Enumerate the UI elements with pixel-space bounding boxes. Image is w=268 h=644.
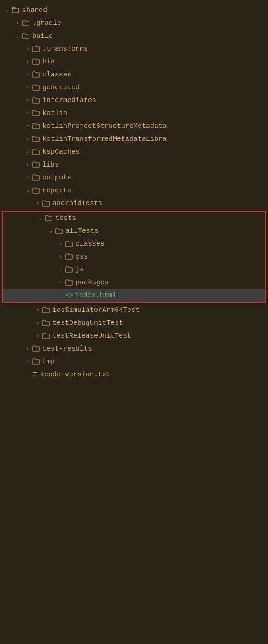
chevron-right-icon: › (57, 266, 64, 273)
textfile-icon: ☰ (32, 371, 37, 378)
list-item[interactable]: › libs (0, 158, 268, 171)
chevron-down-icon: ⌄ (47, 227, 54, 235)
list-item[interactable]: › classes (0, 68, 268, 81)
chevron-right-icon: › (24, 135, 31, 143)
item-label: bin (42, 58, 55, 66)
root-label: shared (22, 6, 47, 14)
item-label: outputs (42, 174, 71, 182)
folder-icon (45, 215, 52, 221)
chevron-right-icon: › (34, 332, 41, 339)
item-label: iosSimulatorArm64Test (52, 306, 140, 314)
list-item[interactable]: › intermediates (0, 94, 268, 107)
folder-icon (32, 345, 40, 352)
list-item[interactable]: › androidTests (0, 197, 268, 210)
chevron-right-icon: › (34, 200, 41, 207)
folder-icon (32, 71, 40, 78)
folder-icon (22, 20, 29, 26)
chevron-right-icon: › (14, 19, 21, 27)
folder-icon (42, 333, 50, 339)
item-label: js (76, 266, 84, 274)
list-item[interactable]: › js (3, 263, 265, 276)
chevron-right-icon: › (24, 174, 31, 181)
list-item[interactable]: › outputs (0, 171, 268, 184)
item-label: intermediates (42, 97, 96, 104)
folder-icon (65, 266, 73, 273)
item-label: classes (76, 240, 105, 248)
reports-folder[interactable]: ⌄ reports (0, 184, 268, 197)
folder-icon (42, 307, 50, 313)
item-label: kotlin (42, 109, 67, 117)
item-label: testReleaseUnitTest (52, 332, 131, 340)
list-item[interactable]: › kotlinProjectStructureMetadata (0, 120, 268, 132)
item-label: xcode-version.txt (40, 371, 111, 379)
list-item[interactable]: › packages (3, 276, 265, 289)
folder-icon (32, 136, 40, 142)
item-label: libs (42, 161, 59, 169)
chevron-right-icon: › (24, 97, 31, 104)
item-label: allTests (65, 227, 99, 235)
list-item[interactable]: › iosSimulatorArm64Test (0, 304, 268, 316)
item-label: kotlinProjectStructureMetadata (42, 122, 167, 130)
list-item[interactable]: › kotlinTransformedMetadataLibra (0, 132, 268, 145)
list-item[interactable]: › testDebugUnitTest (0, 316, 268, 329)
allTests-folder[interactable]: ⌄ allTests (3, 224, 265, 237)
chevron-right-icon: › (34, 319, 41, 327)
item-label: kotlinTransformedMetadataLibra (42, 135, 167, 143)
item-label: androidTests (52, 200, 102, 207)
highlight-region: ⌄ tests ⌄ allTests › classes › (2, 211, 266, 303)
chevron-down-icon: ⌄ (14, 32, 21, 40)
folder-icon (55, 228, 63, 234)
list-item[interactable]: ⌄ build (0, 29, 268, 42)
item-label: tmp (42, 358, 55, 366)
chevron-right-icon: › (24, 122, 31, 130)
item-label: test-results (42, 345, 92, 353)
list-item[interactable]: › generated (0, 81, 268, 94)
list-item[interactable]: › kotlin (0, 107, 268, 120)
folder-icon (42, 320, 50, 326)
chevron-down-icon: ⌄ (37, 214, 44, 222)
item-label: .transforms (42, 45, 88, 53)
list-item[interactable]: › bin (0, 55, 268, 68)
item-label: index.html (75, 292, 117, 299)
chevron-right-icon: › (24, 45, 31, 52)
folder-icon (22, 33, 29, 39)
folder-icon (32, 358, 40, 365)
chevron-right-icon: › (57, 253, 64, 260)
item-label: classes (42, 71, 71, 79)
item-label: build (32, 32, 53, 40)
chevron-right-icon: › (24, 71, 31, 78)
folder-icon (32, 110, 40, 116)
chevron-right-icon: › (34, 306, 41, 314)
root-item[interactable]: ⌄ shared (0, 4, 268, 17)
item-label: generated (42, 84, 80, 92)
folder-icon (32, 161, 40, 168)
chevron-right-icon: › (57, 279, 64, 286)
xcode-version-file[interactable]: ☰ xcode-version.txt (0, 368, 268, 381)
list-item[interactable]: › .gradle (0, 17, 268, 29)
folder-icon (32, 46, 40, 52)
folder-icon (65, 253, 73, 260)
html-tag-icon: <> (65, 292, 73, 299)
list-item[interactable]: › testReleaseUnitTest (0, 329, 268, 342)
chevron-right-icon: › (24, 148, 31, 155)
list-item[interactable]: › test-results (0, 342, 268, 355)
item-label: css (76, 253, 88, 261)
list-item[interactable]: › .transforms (0, 42, 268, 55)
chevron-down-icon: ⌄ (24, 187, 31, 194)
folder-icon (32, 174, 40, 181)
index-html-file[interactable]: <> index.html (3, 289, 265, 302)
tests-folder[interactable]: ⌄ tests (3, 212, 265, 224)
list-item[interactable]: › kspCaches (0, 145, 268, 158)
item-label: .gradle (32, 19, 61, 27)
module-icon (12, 6, 19, 14)
list-item[interactable]: › css (3, 250, 265, 263)
item-label: tests (55, 214, 76, 222)
list-item[interactable]: › classes (3, 237, 265, 250)
chevron-right-icon: › (24, 345, 31, 352)
chevron-right-icon: › (24, 161, 31, 168)
folder-icon (32, 149, 40, 155)
list-item[interactable]: › tmp (0, 355, 268, 368)
item-label: packages (76, 279, 109, 287)
item-label: kspCaches (42, 148, 80, 156)
folder-icon (42, 200, 50, 207)
